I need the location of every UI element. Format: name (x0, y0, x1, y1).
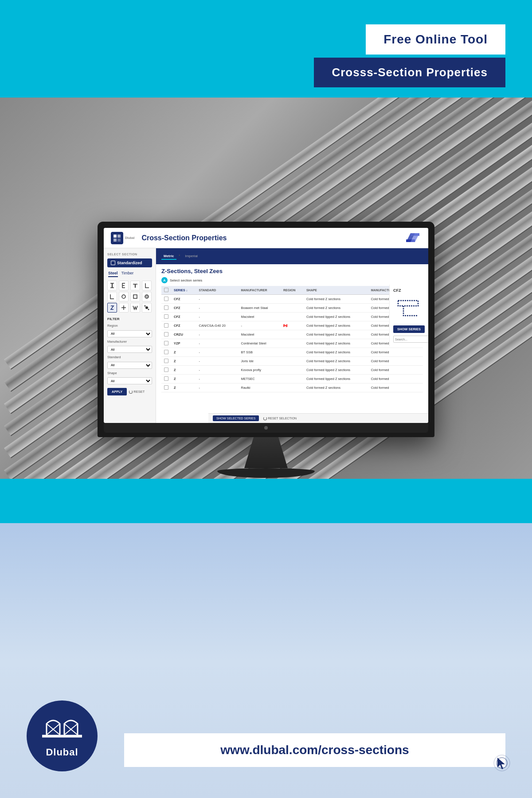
cell-shape: Cold formed lipped Z sections (304, 313, 368, 321)
apply-button[interactable]: APPLY (107, 388, 127, 395)
row-checkbox[interactable] (164, 385, 168, 390)
shape-icon-box[interactable] (130, 292, 140, 301)
cell-manufacturer: Macsteel (238, 313, 281, 321)
table-row[interactable]: Z - BT SSB Cold formed lipped Z sections… (161, 348, 423, 357)
monitor-bezel-bottom (104, 423, 428, 433)
section-title: Z-Sections, Steel Zees (161, 268, 423, 274)
col-series[interactable]: SERIES ↓ (171, 286, 196, 295)
row-checkbox[interactable] (164, 305, 168, 310)
cell-shape: Cold formed lipped Z sections (304, 375, 368, 383)
cell-shape: Cold formed Z sections (304, 383, 368, 392)
shape-icon-cross[interactable] (119, 303, 129, 313)
row-checkbox[interactable] (164, 323, 168, 328)
row-checkbox[interactable] (164, 359, 168, 363)
reset-button[interactable]: RESET (129, 388, 145, 395)
cross-section-badge: Crosss-Section Properties (314, 58, 505, 87)
row-checkbox[interactable] (164, 368, 168, 372)
cell-region (281, 295, 304, 304)
shape-icon-c[interactable] (119, 281, 129, 290)
select-all-checkbox[interactable] (164, 288, 168, 292)
cell-shape: Cold formed lipped Z sections (304, 330, 368, 339)
svg-point-22 (148, 309, 149, 310)
main-toolbar: Metric ▪ Imperial (156, 248, 428, 264)
website-badge: www.dlubal.com/cross-sections (124, 733, 505, 767)
cell-region (281, 383, 304, 392)
cell-standard: - (196, 348, 239, 357)
cell-shape: Cold formed lipped Z sections (304, 339, 368, 348)
table-row[interactable]: Z - METSEC Cold formed lipped Z sections… (161, 375, 423, 383)
tab-timber[interactable]: Timber (121, 271, 134, 277)
table-row[interactable]: Z - Kovova profly Cold formed lipped Z s… (161, 366, 423, 375)
right-panel: CFZ SHOW SERIES SEARCH (389, 285, 428, 346)
table-row[interactable]: YZP - Continental Steel Cold formed lipp… (161, 339, 423, 348)
cell-standard: - (196, 357, 239, 366)
filter-region-label: Region (107, 324, 152, 328)
filter-standard-select[interactable]: All (107, 362, 152, 369)
reset-selection-button[interactable]: RESET SELECTION (263, 417, 297, 420)
cell-shape: Cold formed lipped Z sections (304, 357, 368, 366)
search-input[interactable] (393, 336, 428, 343)
shape-icon-i[interactable] (107, 281, 117, 290)
shape-icon-angle[interactable] (107, 292, 117, 301)
select-section-label: SELECT SECTION (107, 253, 152, 256)
table-row[interactable]: CRZU - Macsteel Cold formed lipped Z sec… (161, 330, 423, 339)
imperial-btn[interactable]: Imperial (183, 253, 200, 260)
svg-rect-2 (113, 239, 117, 242)
cell-manufacturing-type: Cold formed (368, 357, 423, 366)
shape-icon-t[interactable] (130, 281, 140, 290)
shape-icon-z-active[interactable] (107, 303, 117, 313)
row-checkbox[interactable] (164, 341, 168, 345)
show-series-button[interactable]: SHOW SERIES (393, 325, 425, 333)
cursor-icon (493, 754, 511, 774)
svg-rect-15 (133, 295, 137, 298)
col-shape[interactable]: SHAPE (304, 286, 368, 295)
table-row[interactable]: CFZ - Cold formed Z sections Cold formed (161, 295, 423, 304)
shape-icon-w[interactable] (130, 303, 140, 313)
shape-icon-other[interactable] (142, 303, 152, 313)
main-content-area: Z-Sections, Steel Zees A Select section … (156, 264, 428, 396)
cell-standard: - (196, 375, 239, 383)
show-selected-series-button[interactable]: SHOW SELECTED SERIES (213, 415, 259, 421)
shape-icons-grid (107, 281, 152, 313)
dlubal-logo-svg (40, 714, 84, 745)
col-manufacturer[interactable]: MANUFACTURER (238, 286, 281, 295)
cell-standard: - (196, 304, 239, 313)
reset-icon (129, 390, 133, 394)
app-sidebar: SELECT SECTION Standardized Steel Timber (104, 248, 156, 423)
tab-steel[interactable]: Steel (108, 271, 118, 277)
top-banner: Free Online Tool Crosss-Section Properti… (0, 0, 532, 98)
row-checkbox[interactable] (164, 314, 168, 319)
shape-icon-circle[interactable] (119, 292, 129, 301)
shape-icon-pipe[interactable] (142, 292, 152, 301)
shape-icon-l[interactable] (142, 281, 152, 290)
filter-manufacturer-select[interactable]: All (107, 346, 152, 353)
table-row[interactable]: Z - Joris Ide Cold formed lipped Z secti… (161, 357, 423, 366)
cell-series: CRZU (171, 330, 196, 339)
table-row[interactable]: CFZ CAN/CSA-G40 20 - 🇨🇦 Cold formed lipp… (161, 321, 423, 330)
cell-region (281, 366, 304, 375)
table-row[interactable]: Z - Rautki Cold formed Z sections Cold f… (161, 383, 423, 392)
cfz-label: CFZ (393, 288, 425, 293)
table-row[interactable]: CFZ - Macsteel Cold formed lipped Z sect… (161, 313, 423, 321)
table-row[interactable]: CFZ - Boawen met Staal Cold formed Z sec… (161, 304, 423, 313)
col-region[interactable]: REGION (281, 286, 304, 295)
cell-standard: - (196, 366, 239, 375)
filter-region-select[interactable]: All (107, 330, 152, 337)
row-checkbox[interactable] (164, 376, 168, 381)
svg-point-14 (122, 295, 125, 298)
data-table: SERIES ↓ STANDARD MANUFACTURER REGION SH… (161, 286, 423, 392)
cell-series: Z (171, 366, 196, 375)
website-url: www.dlubal.com/cross-sections (220, 743, 409, 757)
row-checkbox[interactable] (164, 350, 168, 354)
cell-series: Z (171, 383, 196, 392)
cell-series: CFZ (171, 304, 196, 313)
metric-btn[interactable]: Metric (161, 253, 176, 260)
filter-shape-select[interactable]: All (107, 377, 152, 384)
row-checkbox[interactable] (164, 297, 168, 301)
col-standard[interactable]: STANDARD (196, 286, 239, 295)
row-checkbox[interactable] (164, 332, 168, 336)
standardized-button[interactable]: Standardized (107, 258, 152, 267)
filter-manufacturer-label: Manufacturer (107, 340, 152, 344)
cell-standard: - (196, 313, 239, 321)
monitor-screen-border: Dlubal Cross-Section Properties (98, 222, 434, 437)
